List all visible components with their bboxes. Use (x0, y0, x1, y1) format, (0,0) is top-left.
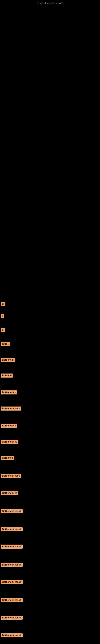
bottleneck-badge[interactable]: Bottle (1, 342, 10, 346)
bottleneck-badge[interactable]: Bottleneck result (1, 527, 23, 531)
bottleneck-badge[interactable]: Bottleneck resu (1, 406, 21, 410)
bottleneck-item: Bottleneck r (0, 424, 100, 428)
bottleneck-badge[interactable]: Bottleneck r (1, 390, 17, 394)
bottleneck-item: Bottleneck result (0, 544, 100, 548)
bottleneck-badge[interactable]: Bottleneck result (1, 598, 23, 602)
bottleneck-item: Bottleneck (0, 358, 100, 362)
bottleneck-badge[interactable]: Bottleneck (1, 358, 15, 362)
bottleneck-badge[interactable]: Bottleneck r (1, 424, 17, 428)
bottleneck-badge[interactable]: Bottleneck resu (1, 474, 21, 478)
bottleneck-item: Bottleneck resu (0, 406, 100, 410)
bottleneck-item: B (0, 302, 100, 306)
bottleneck-item: | (0, 314, 100, 318)
bottleneck-item: Bottlenec (0, 456, 100, 460)
bottleneck-item: Bottleneck result (0, 527, 100, 531)
bottleneck-badge[interactable]: Bottlenec (1, 456, 14, 460)
bottleneck-badge[interactable]: Bottleneck result (1, 633, 23, 637)
bottleneck-item: Bottlene (0, 374, 100, 378)
bottleneck-item: Bottleneck result (0, 616, 100, 620)
bottleneck-item: Bottle (0, 342, 100, 346)
bottleneck-badge[interactable]: Bottlene (1, 374, 13, 378)
bottleneck-badge[interactable]: B (1, 302, 5, 306)
bottleneck-item: Bottleneck re (0, 440, 100, 444)
bottleneck-badge[interactable]: | (1, 314, 4, 318)
bottleneck-badge[interactable]: Bottleneck re (1, 491, 18, 495)
bottleneck-item: E (0, 328, 100, 332)
bottleneck-item: Bottleneck r (0, 390, 100, 394)
bottleneck-item: Bottleneck result (0, 598, 100, 602)
bottleneck-badge[interactable]: Bottleneck result (1, 509, 23, 513)
site-title: TheBottlenecker.com (37, 2, 63, 5)
bottleneck-item: Bottleneck re (0, 491, 100, 495)
bottleneck-badge[interactable]: Bottleneck result (1, 544, 23, 548)
bottleneck-badge[interactable]: Bottleneck result (1, 616, 23, 620)
bottleneck-badge[interactable]: Bottleneck result (1, 563, 23, 567)
bottleneck-item: Bottleneck resu (0, 474, 100, 478)
bottleneck-item: Bottleneck result (0, 509, 100, 513)
bottleneck-item: Bottleneck result (0, 580, 100, 584)
bottleneck-badge[interactable]: Bottleneck result (1, 580, 23, 584)
bottleneck-item: Bottleneck result (0, 563, 100, 567)
bottleneck-badge[interactable]: Bottleneck re (1, 440, 18, 444)
bottleneck-item: Bottleneck result (0, 633, 100, 637)
bottleneck-badge[interactable]: E (1, 328, 5, 332)
